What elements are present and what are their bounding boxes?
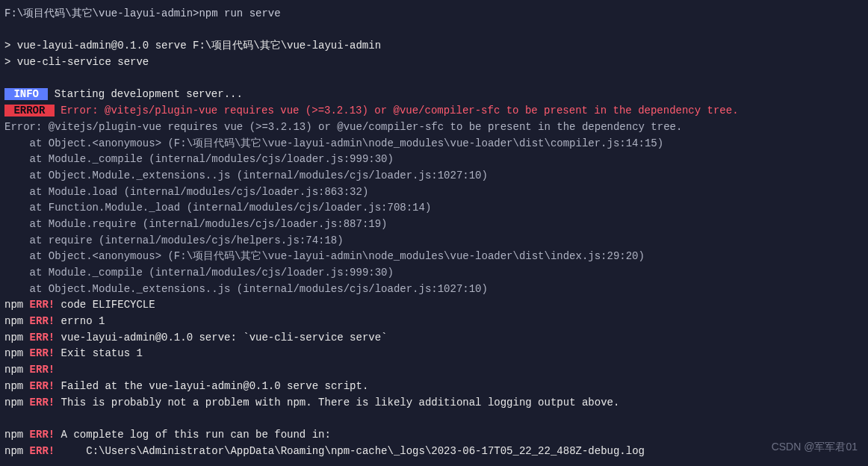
- prompt-path: F:\项目代码\其它\vue-layui-admin>: [4, 7, 199, 19]
- npm-err-label: ERR!: [30, 364, 55, 376]
- blank-line: [4, 411, 864, 427]
- npm-err-label: ERR!: [30, 397, 55, 408]
- stack-frame: at Object.Module._extensions..js (intern…: [4, 168, 864, 184]
- npm-prefix: npm: [4, 364, 30, 376]
- stack-frame: at Module._compile (internal/modules/cjs…: [4, 152, 864, 168]
- npm-prefix: npm: [4, 397, 30, 408]
- npm-error-line: npm ERR! Exit status 1: [4, 346, 864, 362]
- npm-err-msg: Exit status 1: [55, 347, 143, 359]
- npm-err-label: ERR!: [30, 299, 55, 311]
- stack-frame: at Object.Module._extensions..js (intern…: [4, 282, 864, 298]
- info-badge: INFO: [4, 88, 48, 100]
- npm-err-label: ERR!: [30, 445, 55, 457]
- npm-err-msg: errno 1: [55, 315, 105, 327]
- npm-preamble-line: > vue-cli-service serve: [4, 55, 864, 71]
- stack-frame: at Function.Module._load (internal/modul…: [4, 200, 864, 217]
- npm-err-label: ERR!: [30, 429, 55, 441]
- stack-frame: at Module.require (internal/modules/cjs/…: [4, 217, 864, 233]
- npm-error-line: npm ERR! vue-layui-admin@0.1.0 serve: `v…: [4, 330, 864, 347]
- npm-err-msg: Failed at the vue-layui-admin@0.1.0 serv…: [55, 380, 368, 392]
- npm-error-line: npm ERR! errno 1: [4, 314, 864, 330]
- npm-error-line: npm ERR! This is probably not a problem …: [4, 395, 864, 411]
- stack-frame: at require (internal/modules/cjs/helpers…: [4, 233, 864, 249]
- info-message: Starting development server...: [48, 88, 242, 100]
- stack-frame: at Object.<anonymous> (F:\项目代码\其它\vue-la…: [4, 249, 864, 265]
- watermark-text: CSDN @军军君01: [772, 439, 858, 456]
- npm-prefix: npm: [4, 380, 30, 392]
- error-banner-text: Error: @vitejs/plugin-vue requires vue (…: [55, 105, 739, 116]
- stack-frame: at Module._compile (internal/modules/cjs…: [4, 265, 864, 282]
- error-badge: ERROR: [4, 105, 55, 116]
- npm-error-line: npm ERR! Failed at the vue-layui-admin@0…: [4, 379, 864, 395]
- npm-log-line: npm ERR! C:\Users\Administrator\AppData\…: [4, 444, 864, 460]
- npm-prefix: npm: [4, 347, 30, 359]
- npm-log-line: npm ERR! A complete log of this run can …: [4, 427, 864, 444]
- npm-prefix: npm: [4, 299, 30, 311]
- npm-err-msg: vue-layui-admin@0.1.0 serve: `vue-cli-se…: [55, 332, 387, 344]
- info-line: INFO Starting development server...: [4, 87, 864, 103]
- npm-log-msg: A complete log of this run can be found …: [55, 429, 331, 441]
- blank-line: [4, 22, 864, 39]
- npm-log-path: C:\Users\Administrator\AppData\Roaming\n…: [55, 445, 645, 457]
- npm-preamble-line: > vue-layui-admin@0.1.0 serve F:\项目代码\其它…: [4, 38, 864, 55]
- stack-frame: at Object.<anonymous> (F:\项目代码\其它\vue-la…: [4, 136, 864, 152]
- npm-err-msg: code ELIFECYCLE: [55, 299, 155, 311]
- npm-err-msg: This is probably not a problem with npm.…: [55, 397, 619, 408]
- npm-err-label: ERR!: [30, 347, 55, 359]
- npm-prefix: npm: [4, 315, 30, 327]
- stack-frame: at Module.load (internal/modules/cjs/loa…: [4, 184, 864, 201]
- error-banner-line: ERROR Error: @vitejs/plugin-vue requires…: [4, 103, 864, 119]
- npm-error-line: npm ERR! code ELIFECYCLE: [4, 297, 864, 314]
- npm-err-label: ERR!: [30, 380, 55, 392]
- npm-error-line: npm ERR!: [4, 362, 864, 379]
- command-text: npm run serve: [199, 7, 280, 19]
- blank-line: [4, 71, 864, 87]
- npm-err-label: ERR!: [30, 315, 55, 327]
- npm-err-label: ERR!: [30, 332, 55, 344]
- stack-header: Error: @vitejs/plugin-vue requires vue (…: [4, 119, 864, 136]
- command-prompt-line[interactable]: F:\项目代码\其它\vue-layui-admin>npm run serve: [4, 6, 864, 22]
- npm-prefix: npm: [4, 445, 30, 457]
- npm-prefix: npm: [4, 332, 30, 344]
- npm-prefix: npm: [4, 429, 30, 441]
